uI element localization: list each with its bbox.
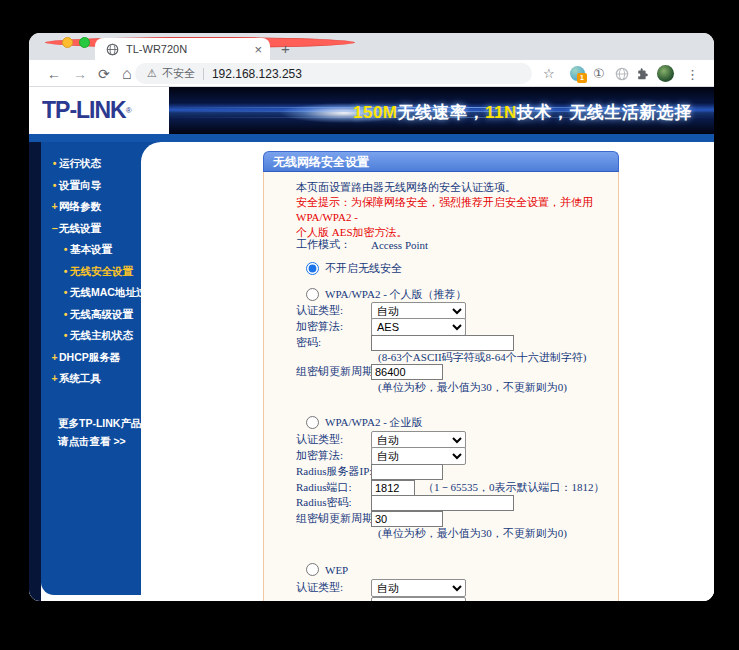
radius-password-input[interactable] [371,495,514,511]
forward-icon[interactable]: → [73,60,87,87]
tplink-logo: TP-LINK® [29,87,162,134]
insecure-warning-icon: ⚠ [147,67,157,80]
wireless-security-panel: 无线网络安全设置 本页面设置路由器无线网络的安全认证选项。 安全提示：为保障网络… [263,151,619,601]
router-header: TP-LINK® 150M无线速率，11N技术，无线生活新选择 [29,87,714,134]
radius-password-label: Radius密码: [296,495,371,510]
enterprise-auth-type-select[interactable]: 自动 [371,431,466,449]
banner-slogan: 150M无线速率，11N技术，无线生活新选择 [353,101,692,124]
sidebar-item-network-params[interactable]: +网络参数 [41,196,141,218]
wep-clipped-select[interactable] [371,597,466,602]
sidebar-item-system-tools[interactable]: +系统工具 [41,368,141,390]
address-divider [203,68,204,80]
profile-avatar[interactable] [657,65,674,82]
enterprise-auth-type-label: 认证类型: [296,432,371,447]
window-minimize-button[interactable] [62,37,73,48]
plus-icon: + [50,347,59,369]
screenshot-canvas: TL-WR720N × + ← → ⟳ ⌂ ⚠ 不安全 192.168.123.… [0,0,739,650]
radius-port-hint: （1－65535，0表示默认端口：1812） [423,480,605,495]
radio-wpa-personal[interactable] [306,288,319,301]
minus-icon: − [50,218,59,240]
sidebar-item-wireless-hosts[interactable]: •无线主机状态 [41,325,141,347]
enterprise-encryption-select[interactable]: 自动 [371,447,466,465]
header-banner: 150M无线速率，11N技术，无线生活新选择 [169,87,714,134]
radio-wep-label: WEP [325,564,348,576]
back-icon[interactable]: ← [47,60,61,87]
extension-info-icon[interactable]: ① [593,66,605,81]
router-page: •运行状态 •设置向导 +网络参数 −无线设置 •基本设置 •无线安全设置 •无… [29,142,714,601]
personal-password-input[interactable] [371,335,514,351]
extensions-puzzle-icon[interactable] [636,67,650,81]
url-text: 192.168.123.253 [212,67,302,81]
radio-wpa-enterprise[interactable] [306,416,319,429]
extension-globe-icon[interactable] [615,67,629,81]
radio-security-none-label: 不开启无线安全 [325,261,402,276]
left-dark-strip [29,142,41,601]
enterprise-gtk-hint: (单位为秒，最小值为30，不更新则为0) [378,526,567,541]
radio-wpa-enterprise-label: WPA/WPA2 - 企业版 [325,415,423,430]
tab-title: TL-WR720N [126,43,254,55]
enterprise-gtk-label: 组密钥更新周期: [296,511,371,526]
sidebar-item-dhcp-server[interactable]: +DHCP服务器 [41,347,141,369]
header-divider-bar [29,134,714,142]
work-mode-value: Access Point [371,239,428,251]
personal-auth-type-select[interactable]: 自动 [371,302,466,320]
radius-ip-label: Radius服务器IP: [296,464,371,479]
personal-gtk-hint: (单位为秒，最小值为30，不更新则为0) [378,380,567,395]
bullet-icon: • [61,239,70,261]
sidebar-item-running-status[interactable]: •运行状态 [41,153,141,175]
tab-strip: TL-WR720N × + [29,33,714,60]
enterprise-encryption-label: 加密算法: [296,448,371,463]
sidebar-item-setup-wizard[interactable]: •设置向导 [41,175,141,197]
panel-intro: 本页面设置路由器无线网络的安全认证选项。 [296,180,516,195]
bullet-icon: • [61,261,70,283]
plus-icon: + [50,196,59,218]
new-tab-button[interactable]: + [281,38,290,60]
personal-auth-type-label: 认证类型: [296,303,371,318]
bullet-icon: • [50,175,59,197]
personal-encryption-label: 加密算法: [296,319,371,334]
radio-security-none[interactable] [306,262,319,275]
wep-auth-type-label: 认证类型: [296,580,371,595]
enterprise-gtk-input[interactable] [371,511,443,527]
bookmark-star-icon[interactable]: ☆ [543,60,555,87]
bullet-icon: • [61,304,70,326]
radio-wep[interactable] [306,563,319,576]
panel-body: 本页面设置路由器无线网络的安全认证选项。 安全提示：为保障网络安全，强烈推荐开启… [263,172,619,601]
panel-title: 无线网络安全设置 [263,151,619,172]
address-bar[interactable]: ⚠ 不安全 192.168.123.253 [135,63,532,84]
sidebar-menu: •运行状态 •设置向导 +网络参数 −无线设置 •基本设置 •无线安全设置 •无… [41,153,141,390]
browser-menu-icon[interactable]: ⋮ [686,66,699,83]
reload-icon[interactable]: ⟳ [98,60,110,87]
browser-tab[interactable]: TL-WR720N × [95,38,270,60]
tab-close-icon[interactable]: × [254,43,262,56]
bullet-icon: • [50,153,59,175]
wep-auth-type-select[interactable]: 自动 [371,579,466,597]
sidebar-item-basic-settings[interactable]: •基本设置 [41,239,141,261]
sidebar-item-wireless-advanced[interactable]: •无线高级设置 [41,304,141,326]
bullet-icon: • [61,325,70,347]
bullet-icon: • [61,282,70,304]
personal-encryption-select[interactable]: AES [371,318,466,336]
sidebar-item-wireless-settings[interactable]: −无线设置 [41,218,141,240]
window-zoom-button[interactable] [79,37,90,48]
browser-toolbar: ← → ⟳ ⌂ ⚠ 不安全 192.168.123.253 ☆ 1 ① ⋮ [29,60,714,87]
sidebar: •运行状态 •设置向导 +网络参数 −无线设置 •基本设置 •无线安全设置 •无… [41,142,141,595]
radius-port-label: Radius端口: [296,480,371,495]
extension-green-icon[interactable]: 1 [570,66,585,81]
extension-badge: 1 [577,73,587,83]
personal-gtk-label: 组密钥更新周期: [296,364,371,379]
personal-gtk-input[interactable] [371,364,443,380]
home-icon[interactable]: ⌂ [122,60,132,87]
radius-ip-input[interactable] [371,464,443,480]
radio-wpa-personal-label: WPA/WPA2 - 个人版（推荐） [325,287,467,302]
browser-window: TL-WR720N × + ← → ⟳ ⌂ ⚠ 不安全 192.168.123.… [29,33,714,601]
security-warning-text: 安全提示：为保障网络安全，强烈推荐开启安全设置，并使用WPA/WPA2 - 个人… [296,195,606,240]
work-mode-label: 工作模式： [296,237,371,252]
insecure-label: 不安全 [162,66,195,81]
personal-password-label: 密码: [296,335,371,350]
tab-favicon-globe-icon [106,43,119,56]
sidebar-more-products-link[interactable]: 更多TP-LINK产品， 请点击查看 >> [58,414,152,450]
plus-icon: + [50,368,59,390]
sidebar-item-wireless-security[interactable]: •无线安全设置 [41,261,141,283]
sidebar-item-mac-filter[interactable]: •无线MAC地址过滤 [41,282,141,304]
